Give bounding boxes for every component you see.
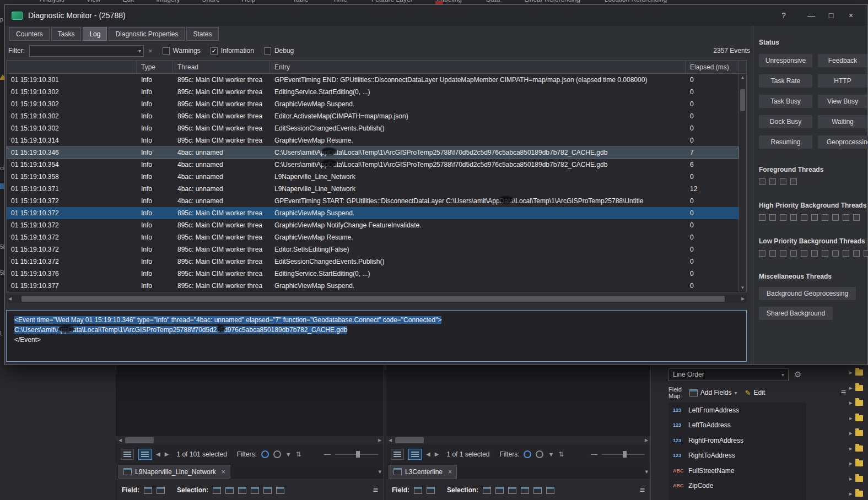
scrollbar-track[interactable]	[124, 436, 376, 444]
copy-selection-icon[interactable]	[546, 487, 554, 494]
scrollbar-thumb[interactable]	[125, 437, 154, 443]
status-button[interactable]: Waiting	[818, 115, 867, 128]
tab-log[interactable]: Log	[83, 27, 107, 41]
time-filter-icon[interactable]	[524, 450, 531, 458]
field-row[interactable]: ABCZipCode	[668, 479, 806, 494]
row-height-slider[interactable]	[335, 454, 378, 455]
maximize-button[interactable]: □	[821, 7, 841, 24]
copy-selection-icon[interactable]	[276, 487, 284, 494]
ribbon-tab[interactable]: Analysis	[40, 0, 64, 3]
delete-selection-icon[interactable]	[263, 487, 272, 494]
row-height-slider[interactable]	[602, 454, 645, 455]
zoom-to-selection-icon[interactable]	[495, 487, 504, 494]
range-filter-icon[interactable]	[273, 450, 281, 458]
scrollbar-thumb[interactable]	[395, 437, 424, 443]
ribbon-tab[interactable]: Linear Referencing	[524, 0, 580, 3]
field-row[interactable]: 123LeftFromAddress	[668, 403, 806, 418]
layer-item[interactable]: ▸	[849, 471, 868, 487]
layer-item[interactable]: ▸	[849, 426, 868, 441]
clear-filter-icon[interactable]: ×	[148, 47, 153, 55]
status-button[interactable]: Feedback	[818, 54, 867, 67]
select-by-attributes-icon[interactable]	[213, 487, 221, 494]
column-type[interactable]: Type	[137, 61, 173, 73]
add-field-icon[interactable]	[414, 487, 422, 494]
debug-checkbox[interactable]	[264, 47, 271, 55]
log-row[interactable]: 01 15:19:10.372Info895c: Main CIM worker…	[7, 243, 738, 256]
log-row[interactable]: 01 15:19:10.302Info895c: Main CIM worker…	[7, 122, 738, 134]
scroll-up-icon[interactable]: ▲	[739, 74, 746, 81]
chevron-down-icon[interactable]: ▾	[378, 468, 381, 475]
calculate-field-icon[interactable]	[157, 487, 165, 494]
log-row[interactable]: 01 15:19:10.346Info4bac: unnamedC:\Users…	[7, 146, 738, 159]
field-row[interactable]: 123LeftToAddress	[668, 418, 806, 433]
add-fields-button[interactable]: Add Fields ▾	[689, 389, 737, 396]
log-row[interactable]: 01 15:19:10.372Info4bac: unnamedGPEventT…	[7, 195, 738, 207]
gear-icon[interactable]: ⚙	[794, 369, 801, 379]
log-row[interactable]: 01 15:19:10.372Info895c: Main CIM worker…	[7, 207, 738, 219]
scroll-left-icon[interactable]: ◀	[116, 438, 124, 443]
scrollbar-thumb[interactable]	[740, 89, 745, 111]
status-button[interactable]: Background Geoprocessing	[759, 287, 856, 300]
ribbon-tab[interactable]: Edit	[122, 0, 134, 3]
log-row[interactable]: 01 15:19:10.302Info895c: Main CIM worker…	[7, 110, 738, 122]
log-horizontal-scrollbar[interactable]: ◀ ▶	[6, 295, 747, 303]
layer-item[interactable]: ▸	[849, 395, 868, 411]
filter-combobox[interactable]: ▾	[29, 45, 144, 57]
zoom-out-icon[interactable]: —	[591, 450, 597, 458]
sort-icon[interactable]: ⇅	[558, 450, 564, 458]
column-time[interactable]	[7, 61, 137, 73]
horizontal-scrollbar[interactable]: ◀ ▶	[386, 436, 650, 444]
close-icon[interactable]: ×	[448, 468, 452, 476]
line-order-dropdown[interactable]: Line Order ▾	[668, 368, 789, 381]
menu-icon[interactable]: ≡	[640, 485, 645, 495]
scroll-right-icon[interactable]: ▶	[739, 296, 747, 301]
last-record-icon[interactable]: ▶	[165, 451, 169, 457]
time-filter-icon[interactable]	[261, 450, 269, 458]
log-row[interactable]: 01 15:19:10.302Info895c: Main CIM worker…	[7, 86, 738, 98]
status-button[interactable]: Dock Busy	[759, 115, 812, 128]
tab-states[interactable]: States	[186, 27, 218, 41]
chevron-down-icon[interactable]: ▾	[138, 48, 141, 54]
information-checkbox[interactable]	[211, 47, 218, 55]
layer-item[interactable]: ▸	[849, 381, 868, 396]
column-thread[interactable]: Thread	[173, 61, 270, 73]
ribbon-tab[interactable]: Help	[242, 0, 256, 3]
clear-selection-icon[interactable]	[251, 487, 259, 494]
tab-counters[interactable]: Counters	[9, 27, 50, 41]
vertical-scrollbar[interactable]: ▲ ▼	[738, 74, 746, 292]
first-record-icon[interactable]: ◀	[426, 451, 430, 457]
scroll-left-icon[interactable]: ◀	[6, 296, 14, 301]
status-button[interactable]: Task Busy	[759, 95, 812, 108]
layer-item[interactable]: ▸	[849, 411, 868, 426]
log-row[interactable]: 01 15:19:10.376Info895c: Main CIM worker…	[7, 268, 738, 280]
zoom-to-selection-icon[interactable]	[225, 487, 234, 494]
filter-icon[interactable]: ▼	[548, 451, 554, 458]
log-row[interactable]: 01 15:19:10.371Info4bac: unnamedL9Naperv…	[7, 183, 738, 195]
chevron-down-icon[interactable]: ▾	[645, 468, 648, 475]
menu-icon[interactable]: ≡	[373, 485, 378, 495]
log-row[interactable]: 01 15:19:10.372Info895c: Main CIM worker…	[7, 256, 738, 268]
show-all-records-icon[interactable]	[391, 449, 404, 460]
event-detail-box[interactable]: <Event time="Wed May 01 15:19:10.346" ty…	[6, 310, 747, 362]
status-button[interactable]: Shared Background	[759, 307, 833, 320]
ribbon-tab[interactable]: Imagery	[156, 0, 180, 3]
clear-selection-icon[interactable]	[521, 487, 529, 494]
add-field-icon[interactable]	[144, 487, 152, 494]
slider-thumb[interactable]	[623, 451, 627, 458]
close-icon[interactable]: ×	[222, 468, 225, 476]
ribbon-tab[interactable]: Share	[202, 0, 220, 3]
menu-icon[interactable]: ≡	[841, 388, 846, 398]
status-button[interactable]: Unresponsive	[759, 54, 812, 67]
edit-button[interactable]: ✎ Edit	[745, 389, 765, 397]
field-row[interactable]: 123RightFromAddress	[668, 433, 806, 448]
log-row[interactable]: 01 15:19:10.372Info895c: Main CIM worker…	[7, 219, 738, 231]
calculate-field-icon[interactable]	[427, 487, 435, 494]
warnings-checkbox-group[interactable]: Warnings	[163, 47, 201, 55]
filter-icon[interactable]: ▼	[285, 451, 292, 458]
scrollbar-track[interactable]	[394, 436, 643, 444]
ribbon-tab[interactable]: Time	[333, 0, 347, 3]
sort-icon[interactable]: ⇅	[296, 450, 301, 458]
scroll-right-icon[interactable]: ▶	[376, 438, 384, 443]
log-row[interactable]: 01 15:19:10.314Info895c: Main CIM worker…	[7, 134, 738, 146]
range-filter-icon[interactable]	[536, 450, 543, 458]
